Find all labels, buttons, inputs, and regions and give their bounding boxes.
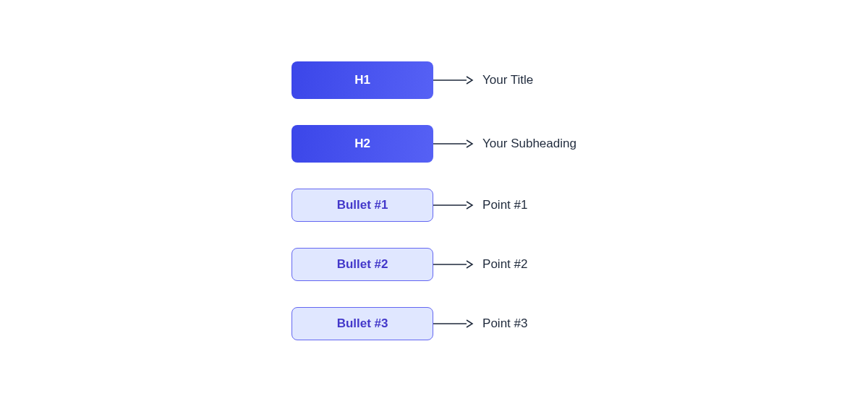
box-label: Bullet #3 <box>337 316 388 331</box>
description-label: Point #1 <box>482 198 527 212</box>
box-label: H1 <box>354 73 370 87</box>
description-label: Point #3 <box>482 316 527 331</box>
arrow-icon <box>433 201 474 210</box>
diagram-row-bullet-2: Bullet #2 Point #2 <box>292 248 576 281</box>
box-label: Bullet #2 <box>337 257 388 272</box>
description-label: Point #2 <box>482 257 527 272</box>
box-label: H2 <box>354 137 370 151</box>
description-label: Your Subheading <box>482 137 576 151</box>
diagram-row-h1: H1 Your Title <box>292 61 576 99</box>
diagram-row-bullet-3: Bullet #3 Point #3 <box>292 307 576 340</box>
bullet-box-1: Bullet #1 <box>292 189 433 222</box>
diagram-container: H1 Your Title H2 Your Subheading Bullet … <box>292 61 576 340</box>
bullet-box-3: Bullet #3 <box>292 307 433 340</box>
diagram-row-h2: H2 Your Subheading <box>292 125 576 163</box>
heading-box-h1: H1 <box>292 61 433 99</box>
bullet-box-2: Bullet #2 <box>292 248 433 281</box>
diagram-row-bullet-1: Bullet #1 Point #1 <box>292 189 576 222</box>
arrow-icon <box>433 260 474 269</box>
arrow-icon <box>433 76 474 85</box>
arrow-icon <box>433 319 474 328</box>
arrow-icon <box>433 139 474 148</box>
box-label: Bullet #1 <box>337 198 388 212</box>
description-label: Your Title <box>482 73 533 87</box>
heading-box-h2: H2 <box>292 125 433 163</box>
